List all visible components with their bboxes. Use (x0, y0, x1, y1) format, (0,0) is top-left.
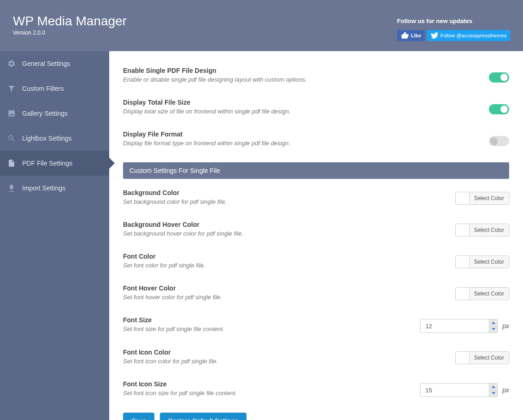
gear-icon (7, 59, 16, 68)
spinner-up[interactable] (489, 384, 497, 390)
setting-title: Background Color (123, 189, 437, 196)
unit-label: px (502, 386, 509, 394)
sidebar-item-label: General Settings (22, 60, 70, 67)
font-size-input[interactable] (420, 319, 498, 333)
import-icon (7, 184, 16, 192)
page-header: WP Media Manager Version 2.0.0 Follow us… (0, 0, 523, 51)
sidebar-item-gallery[interactable]: Gallery Settings (0, 101, 109, 126)
sidebar-item-label: Lightbox Settings (22, 135, 71, 142)
unit-label: px (502, 322, 509, 330)
spinner-up[interactable] (489, 319, 497, 326)
setting-title: Font Hover Color (123, 284, 437, 292)
setting-desc: Display total size of file on frontend w… (123, 108, 470, 115)
font-color-picker[interactable]: Select Color (455, 255, 509, 268)
search-icon (7, 134, 16, 142)
filter-icon (7, 84, 16, 93)
select-color-label: Select Color (470, 352, 509, 364)
spinner-down[interactable] (489, 326, 497, 333)
restore-button[interactable]: Restore Default Settings (160, 413, 247, 420)
fb-like-label: Like (411, 33, 421, 38)
sidebar-item-label: PDF File Settings (22, 160, 72, 167)
sidebar-item-label: Import Settings (22, 184, 65, 192)
setting-desc: Set font icon size for pdf single file c… (123, 390, 402, 396)
enable-single-toggle[interactable] (489, 72, 509, 83)
section-header: Custom Settings For Single File (123, 162, 509, 179)
select-color-label: Select Color (470, 192, 509, 204)
pdf-icon (7, 159, 16, 167)
setting-desc: Enable or disable single pdf file design… (123, 76, 470, 83)
setting-title: Background Hover Color (123, 221, 437, 228)
sidebar-item-pdf[interactable]: PDF File Settings (0, 151, 109, 176)
thumbs-up-icon (401, 31, 409, 40)
sidebar-item-lightbox[interactable]: Lightbox Settings (0, 126, 109, 151)
display-size-toggle[interactable] (489, 104, 509, 114)
spinner-down[interactable] (489, 390, 497, 397)
setting-desc: Set font size for pdf single file conten… (123, 325, 402, 332)
sidebar-item-import[interactable]: Import Settings (0, 176, 109, 201)
select-color-label: Select Color (470, 256, 509, 268)
sidebar-item-label: Custom Filters (22, 85, 64, 92)
setting-title: Font Icon Color (123, 349, 437, 356)
content-area: Enable Single PDF File Design Enable or … (109, 51, 523, 420)
setting-title: Font Color (123, 253, 437, 260)
setting-title: Font Size (123, 316, 402, 324)
version-label: Version 2.0.0 (13, 30, 127, 36)
setting-title: Display Total File Size (123, 99, 470, 106)
setting-desc: Set background color for pdf single file… (123, 198, 437, 205)
select-color-label: Select Color (470, 288, 509, 300)
sidebar-item-label: Gallery Settings (22, 110, 68, 117)
bg-hover-color-picker[interactable]: Select Color (455, 224, 509, 237)
setting-desc: Set background hover color for pdf singl… (123, 230, 437, 237)
icon-color-picker[interactable]: Select Color (455, 351, 509, 364)
sidebar: General Settings Custom Filters Gallery … (0, 51, 109, 420)
icon-size-input[interactable] (420, 383, 498, 397)
setting-desc: Display file format type on frontend wit… (123, 140, 470, 147)
select-color-label: Select Color (470, 224, 509, 236)
font-hover-color-picker[interactable]: Select Color (455, 287, 509, 300)
save-button[interactable]: Save (123, 413, 154, 420)
tw-follow-button[interactable]: Follow @accesspressthemes (427, 30, 510, 41)
fb-like-button[interactable]: Like (397, 30, 425, 41)
setting-desc: Set font icon color for pdf single file. (123, 358, 437, 365)
display-format-toggle[interactable] (489, 136, 509, 146)
follow-text: Follow us for new updates (397, 18, 510, 24)
twitter-icon (430, 31, 439, 40)
bg-color-picker[interactable]: Select Color (455, 192, 509, 205)
sidebar-item-filters[interactable]: Custom Filters (0, 76, 109, 101)
setting-title: Enable Single PDF File Design (123, 67, 470, 74)
sidebar-item-general[interactable]: General Settings (0, 51, 109, 76)
setting-desc: Set font color for pdf single file. (123, 262, 437, 269)
gallery-icon (7, 109, 16, 118)
setting-title: Display File Format (123, 130, 470, 138)
setting-desc: Set font hover color for pdf single file… (123, 294, 437, 301)
app-title: WP Media Manager (13, 14, 127, 29)
tw-follow-label: Follow @accesspressthemes (441, 33, 506, 38)
setting-title: Font Icon Size (123, 380, 402, 388)
